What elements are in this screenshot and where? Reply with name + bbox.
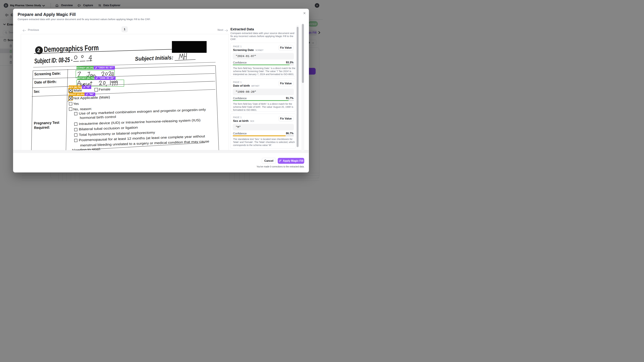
svg-text:Subject Initials:: Subject Initials: (135, 54, 174, 62)
svg-text:Pregnancy Test: Pregnancy Test (34, 120, 59, 125)
svg-text:2: 2 (37, 47, 40, 53)
svg-text:Female: Female (98, 87, 110, 91)
svg-text:Required:: Required: (34, 125, 50, 130)
svg-text:Intrauterine device (IUD) or I: Intrauterine device (IUD) or Intrauterin… (79, 118, 200, 126)
svg-text:No, reason:: No, reason: (73, 107, 92, 111)
svg-text:Subject ID: 08-25 -: Subject ID: 08-25 - (34, 56, 73, 65)
svg-text:Sex:: Sex: (34, 89, 40, 94)
svg-text:hormonal birth control: hormonal birth control (80, 115, 116, 120)
svg-text:Demographics Form: Demographics Form (44, 43, 99, 54)
svg-text:Use of any marketed combinatio: Use of any marketed combination estrogen… (79, 108, 206, 115)
svg-text:Yes: Yes (73, 102, 79, 106)
svg-text:Screening Date:: Screening Date: (34, 71, 61, 76)
svg-text:Date of Birth:: Date of Birth: (34, 80, 57, 84)
svg-text:Bilateral tubal occlusion or l: Bilateral tubal occlusion or ligation (79, 125, 138, 131)
svg-text:Total hysterectomy or bilatera: Total hysterectomy or bilateral oophorec… (79, 131, 155, 137)
